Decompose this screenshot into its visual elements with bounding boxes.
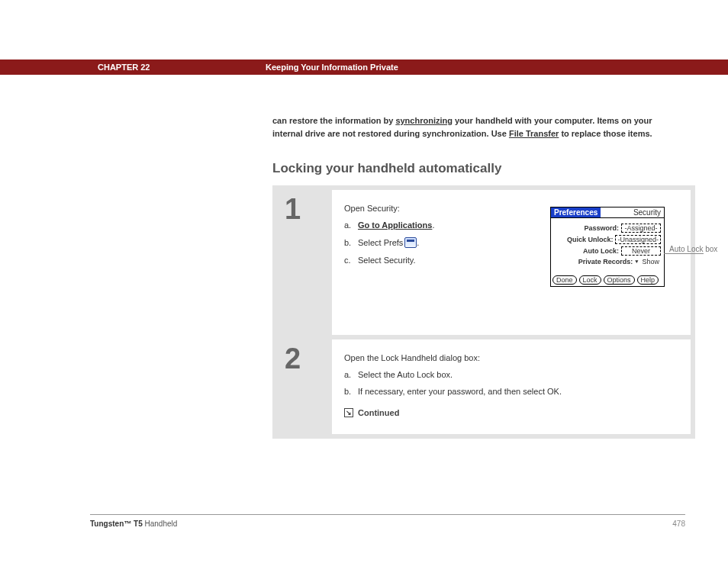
substep-letter: a.: [344, 220, 358, 230]
palm-row-autolock: Auto Lock: Never: [554, 246, 661, 256]
palm-title-right: Security: [630, 208, 664, 217]
section-heading: Locking your handheld automatically: [272, 161, 685, 176]
intro-text-prefix: can restore the information by: [272, 116, 395, 125]
substep-letter: b.: [344, 238, 358, 247]
substep-b: b. Select Prefs .: [344, 237, 550, 248]
file-transfer-link[interactable]: File Transfer: [509, 129, 559, 138]
page-content: can restore the information by synchroni…: [272, 114, 685, 439]
substep-text: Select Prefs: [358, 238, 403, 247]
step-2: 2 Open the Lock Handheld dialog box: a. …: [277, 339, 691, 434]
chapter-label: CHAPTER 22: [90, 63, 266, 72]
product-name: Tungsten™ T5 Handheld: [90, 520, 177, 528]
prefs-icon: [404, 237, 417, 248]
continued-label: Continued: [358, 408, 399, 417]
step-lead: Open the Lock Handheld dialog box:: [344, 353, 678, 362]
palm-row-password: Password: -Assigned-: [554, 224, 661, 233]
palm-value: -Unassigned-: [615, 235, 661, 244]
substep-c: c. Select Security.: [344, 256, 550, 265]
substep-suffix: .: [432, 220, 434, 230]
go-to-applications-link[interactable]: Go to Applications: [358, 220, 432, 230]
continued-arrow-icon: ↘: [344, 408, 353, 417]
palm-lock-button: Lock: [579, 275, 601, 285]
intro-text-suffix: to replace those items.: [559, 129, 652, 138]
page-number: 478: [672, 520, 685, 528]
substep-b: b. If necessary, enter your password, an…: [344, 387, 678, 396]
chapter-title: Keeping Your Information Private: [266, 63, 398, 72]
palm-done-button: Done: [552, 275, 577, 285]
substep-suffix: .: [417, 238, 419, 247]
palm-value: Never: [621, 246, 661, 256]
step-body: Open the Lock Handheld dialog box: a. Se…: [332, 339, 691, 434]
steps-container: 1 Preferences Security Password: -Assign…: [272, 185, 695, 439]
step-body: Preferences Security Password: -Assigned…: [332, 190, 691, 335]
substep-letter: b.: [344, 387, 358, 396]
step-1: 1 Preferences Security Password: -Assign…: [277, 190, 691, 335]
product-bold: Tungsten™ T5: [90, 520, 143, 528]
callout-label: Auto Lock box: [669, 245, 728, 253]
callout-line: [664, 253, 704, 254]
palm-help-button: Help: [637, 275, 659, 285]
palm-label: Private Records:: [578, 258, 633, 265]
palm-label: Quick Unlock:: [567, 236, 614, 243]
palm-label: Auto Lock:: [583, 247, 619, 255]
substep-letter: c.: [344, 256, 358, 265]
header-main-block: CHAPTER 22 Keeping Your Information Priv…: [90, 60, 728, 75]
palm-options-button: Options: [604, 275, 635, 285]
intro-paragraph: can restore the information by synchroni…: [272, 114, 685, 140]
page-footer: Tungsten™ T5 Handheld 478: [90, 514, 685, 528]
synchronizing-link[interactable]: synchronizing: [395, 116, 453, 125]
product-rest: Handheld: [143, 520, 178, 528]
palm-value: -Assigned-: [621, 224, 661, 233]
palm-buttons: Done Lock Options Help: [552, 275, 662, 285]
chapter-header: CHAPTER 22 Keeping Your Information Priv…: [0, 60, 728, 75]
substep-a: a. Select the Auto Lock box.: [344, 370, 678, 379]
palm-label: Password:: [584, 224, 619, 232]
step-number: 2: [277, 339, 332, 434]
substep-text: Select the Auto Lock box.: [358, 370, 453, 379]
continued-indicator: ↘ Continued: [344, 408, 678, 417]
palm-value: Show: [640, 258, 661, 265]
palm-screenshot: Preferences Security Password: -Assigned…: [550, 207, 665, 287]
dropdown-icon: ▼: [635, 259, 638, 265]
palm-titlebar: Preferences Security: [551, 208, 664, 218]
palm-title-left: Preferences: [551, 208, 601, 217]
substep-letter: a.: [344, 370, 358, 379]
step-number: 1: [277, 190, 332, 335]
substep-a: a. Go to Applications.: [344, 220, 550, 230]
screenshot-zone: Preferences Security Password: -Assigned…: [556, 204, 678, 318]
step-sublist: a. Select the Auto Lock box. b. If neces…: [344, 370, 678, 396]
palm-row-private: Private Records: ▼ Show: [554, 258, 661, 265]
substep-text: If necessary, enter your password, and t…: [358, 387, 562, 396]
palm-row-quickunlock: Quick Unlock: -Unassigned-: [554, 235, 661, 244]
substep-text: Select Security.: [358, 256, 416, 265]
header-left-block: [0, 60, 90, 75]
